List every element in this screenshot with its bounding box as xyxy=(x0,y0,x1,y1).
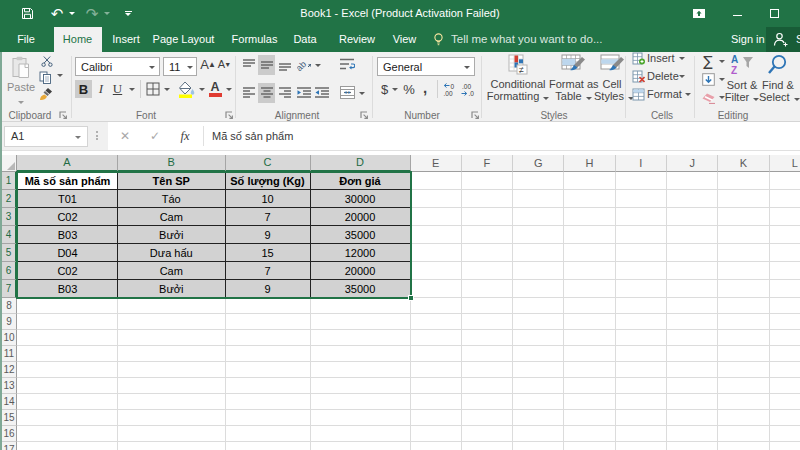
cell-H6[interactable] xyxy=(564,262,615,280)
cell-C2[interactable]: 10 xyxy=(226,190,311,208)
cell-G4[interactable] xyxy=(513,226,564,244)
cell-L1[interactable] xyxy=(770,172,800,190)
column-header-C[interactable]: C xyxy=(226,155,311,172)
cell-K9[interactable] xyxy=(718,314,769,330)
cell-K11[interactable] xyxy=(718,346,769,362)
cell-F5[interactable] xyxy=(462,244,513,262)
decrease-font-size-button[interactable]: A▼ xyxy=(217,56,232,72)
cell-L12[interactable] xyxy=(770,362,800,378)
cell-E15[interactable] xyxy=(411,410,462,426)
cell-B1[interactable]: Tên SP xyxy=(118,172,226,190)
cell-F13[interactable] xyxy=(462,378,513,394)
align-top-button[interactable] xyxy=(241,57,256,73)
cell-D7[interactable]: 35000 xyxy=(311,280,411,298)
cell-B7[interactable]: Bưởi xyxy=(118,280,226,298)
conditional-formatting-button[interactable]: ≠ Conditional Formatting xyxy=(484,52,552,114)
row-header-17[interactable]: 17 xyxy=(2,442,17,450)
cell-E17[interactable] xyxy=(411,442,462,450)
ribbon-display-options-button[interactable] xyxy=(690,0,708,27)
cell-D17[interactable] xyxy=(311,442,411,450)
column-header-D[interactable]: D xyxy=(311,155,411,172)
column-header-F[interactable]: F xyxy=(462,155,513,172)
cell-B9[interactable] xyxy=(118,314,226,330)
cell-C10[interactable] xyxy=(226,330,311,346)
cell-J10[interactable] xyxy=(667,330,718,346)
cell-C14[interactable] xyxy=(226,394,311,410)
cell-E1[interactable] xyxy=(411,172,462,190)
cell-E2[interactable] xyxy=(411,190,462,208)
cell-H3[interactable] xyxy=(564,208,615,226)
cell-A11[interactable] xyxy=(17,346,118,362)
cell-B12[interactable] xyxy=(118,362,226,378)
cell-B5[interactable]: Dưa hấu xyxy=(118,244,226,262)
cell-B11[interactable] xyxy=(118,346,226,362)
cell-K16[interactable] xyxy=(718,426,769,442)
cell-G16[interactable] xyxy=(513,426,564,442)
row-header-5[interactable]: 5 xyxy=(2,244,17,262)
enter-button[interactable]: ✓ xyxy=(144,122,166,150)
cell-I8[interactable] xyxy=(616,298,667,314)
cell-J6[interactable] xyxy=(667,262,718,280)
cell-D14[interactable] xyxy=(311,394,411,410)
tab-page-layout[interactable]: Page Layout xyxy=(137,27,230,52)
cell-K10[interactable] xyxy=(718,330,769,346)
column-header-K[interactable]: K xyxy=(718,155,769,172)
cell-D10[interactable] xyxy=(311,330,411,346)
cell-E6[interactable] xyxy=(411,262,462,280)
cell-G8[interactable] xyxy=(513,298,564,314)
cell-D13[interactable] xyxy=(311,378,411,394)
cell-J15[interactable] xyxy=(667,410,718,426)
align-left-button[interactable] xyxy=(241,85,256,101)
cell-D4[interactable]: 35000 xyxy=(311,226,411,244)
cell-H5[interactable] xyxy=(564,244,615,262)
row-header-10[interactable]: 10 xyxy=(2,330,17,346)
cell-D6[interactable]: 20000 xyxy=(311,262,411,280)
cell-I1[interactable] xyxy=(616,172,667,190)
cell-E16[interactable] xyxy=(411,426,462,442)
tab-formulas[interactable]: Formulas xyxy=(219,27,291,52)
format-painter-button[interactable] xyxy=(38,87,54,101)
cell-L14[interactable] xyxy=(770,394,800,410)
column-header-G[interactable]: G xyxy=(513,155,564,172)
column-header-B[interactable]: B xyxy=(118,155,226,172)
cell-F8[interactable] xyxy=(462,298,513,314)
cell-H10[interactable] xyxy=(564,330,615,346)
cell-J14[interactable] xyxy=(667,394,718,410)
fill-color-button[interactable] xyxy=(177,80,197,98)
cell-I2[interactable] xyxy=(616,190,667,208)
cell-H13[interactable] xyxy=(564,378,615,394)
cell-J11[interactable] xyxy=(667,346,718,362)
fill-button[interactable] xyxy=(701,72,715,86)
cell-C11[interactable] xyxy=(226,346,311,362)
cell-K7[interactable] xyxy=(718,280,769,298)
cell-F12[interactable] xyxy=(462,362,513,378)
cell-D15[interactable] xyxy=(311,410,411,426)
cell-I15[interactable] xyxy=(616,410,667,426)
cell-G10[interactable] xyxy=(513,330,564,346)
cell-J5[interactable] xyxy=(667,244,718,262)
cell-D2[interactable]: 30000 xyxy=(311,190,411,208)
increase-indent-button[interactable] xyxy=(314,85,330,101)
cell-K12[interactable] xyxy=(718,362,769,378)
insert-cells-dropdown[interactable] xyxy=(677,52,686,65)
cell-E5[interactable] xyxy=(411,244,462,262)
tab-review[interactable]: Review xyxy=(328,27,386,52)
format-cells-dropdown[interactable] xyxy=(683,88,692,101)
merge-center-dropdown[interactable] xyxy=(357,85,366,101)
row-header-6[interactable]: 6 xyxy=(2,262,17,280)
font-size-combo[interactable]: 11 xyxy=(163,57,197,76)
cell-H1[interactable] xyxy=(564,172,615,190)
italic-button[interactable]: I xyxy=(95,80,107,98)
cancel-button[interactable]: ✕ xyxy=(114,122,136,150)
font-color-dropdown[interactable] xyxy=(224,80,233,98)
cell-H11[interactable] xyxy=(564,346,615,362)
cell-C16[interactable] xyxy=(226,426,311,442)
font-name-combo[interactable]: Calibri xyxy=(75,57,160,76)
font-color-button[interactable]: A xyxy=(206,79,224,98)
number-dialog-launcher[interactable] xyxy=(471,111,481,121)
align-middle-button[interactable] xyxy=(258,55,275,75)
borders-dropdown[interactable] xyxy=(162,81,171,97)
cell-I13[interactable] xyxy=(616,378,667,394)
accounting-format-dropdown[interactable] xyxy=(390,80,399,98)
comma-style-button[interactable]: , xyxy=(420,78,430,96)
